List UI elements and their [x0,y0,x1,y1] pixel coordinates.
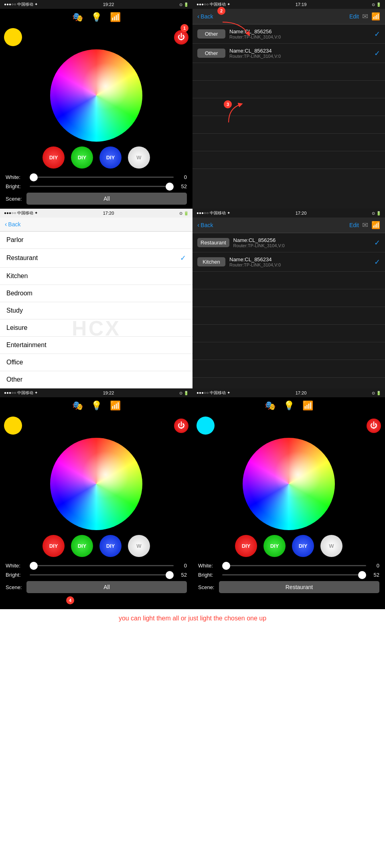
mail-icon-mr[interactable]: ✉ [362,221,368,230]
diy-btn-green-tl[interactable]: DIY [71,146,93,169]
device-router-2-mr: Router:TP-LINK_3104,V:0 [229,262,374,267]
diy-btn-white-bl[interactable]: W [128,535,150,557]
color-wheel-bl[interactable] [4,438,188,530]
bright-slider-bl[interactable]: Bright: 52 [4,572,188,578]
diy-row-br: DIY DIY DIY W [197,535,381,557]
bright-slider-tl[interactable]: Bright: 52 [4,183,188,189]
bright-slider-br[interactable]: Bright: 52 [197,572,381,578]
bright-label-tl: Bright: [6,183,26,189]
power-button-bl[interactable]: ⏻ [174,419,188,433]
diy-btn-blue-bl[interactable]: DIY [99,535,122,557]
device-list-tr: Other Name:CL_856256 Router:TP-LINK_3104… [192,24,385,169]
badge-3: 3 [224,100,232,108]
scene-btn-tl[interactable]: All [26,193,187,205]
scene-row-bl[interactable]: Scene: All 4 [4,581,188,593]
diy-btn-green-bl[interactable]: DIY [71,535,93,557]
carrier-top-left: ●●●○○ 中国移动 ✦ [4,2,38,7]
room-label-parlor: Parlor [6,236,186,244]
room-office[interactable]: Office [0,354,192,371]
color-wheel-screen-bl: ⏻ DIY DIY DIY W White: 0 Bright: [0,413,192,597]
battery-top-left: ⊙ 🔋 [179,2,188,7]
time-mr: 17:20 [296,211,307,215]
checkmark-1-mr: ✓ [374,238,380,247]
checkmark-2-mr: ✓ [374,258,380,266]
bright-value-tl: 52 [177,183,187,189]
back-label-mr: Back [201,222,213,228]
power-button-tl[interactable]: ⏻ [174,30,188,45]
room-study[interactable]: Study [0,302,192,319]
device-info-2-mr: Name:CL_856234 Router:TP-LINK_3104,V:0 [229,256,374,267]
battery-ml: ⊙ 🔋 [179,211,188,215]
room-kitchen[interactable]: Kitchen [0,268,192,285]
white-slider-br[interactable]: White: 0 [197,563,381,569]
diy-btn-white-br[interactable]: W [320,535,342,557]
scene-all-btn-bl[interactable]: All [26,581,187,593]
edit-btn-mr[interactable]: Edit [349,222,359,228]
diy-btn-blue-br[interactable]: DIY [292,535,314,557]
mail-icon-tr[interactable]: ✉ [362,12,368,21]
white-slider-tl[interactable]: White: 0 [4,174,188,180]
device-item-2-tr[interactable]: Other Name:CL_856234 Router:TP-LINK_3104… [192,44,385,63]
time-bl: 19:22 [103,390,114,395]
room-label-leisure: Leisure [6,324,186,331]
diy-btn-white-tl[interactable]: W [128,146,150,169]
back-label-tr: Back [201,13,213,20]
room-label-office: Office [6,359,186,366]
diy-row-tl: DIY DIY DIY W [4,146,188,169]
diy-btn-red-bl[interactable]: DIY [43,535,65,557]
room-entertainment[interactable]: Entertainment [0,337,192,354]
color-dot-bl[interactable] [4,417,22,435]
room-label-entertainment: Entertainment [6,342,186,349]
color-dot-tl[interactable] [4,28,22,46]
device-name-2-tr: Name:CL_856234 [229,48,374,54]
diy-btn-blue-tl[interactable]: DIY [99,146,122,169]
diy-btn-red-tl[interactable]: DIY [43,146,65,169]
device-info-2-tr: Name:CL_856234 Router:TP-LINK_3104,V:0 [229,48,374,59]
device-router-2-tr: Router:TP-LINK_3104,V:0 [229,54,374,59]
status-bar-br: ●●●○○ 中国移动 ✦ 17:20 ⊙ 🔋 [192,388,385,397]
room-label-other: Other [6,376,186,383]
device-name-1-mr: Name:CL_856256 [233,237,374,243]
device-item-2-mr[interactable]: Kitchen Name:CL_856234 Router:TP-LINK_31… [192,252,385,272]
device-item-1-mr[interactable]: Restaurant Name:CL_856256 Router:TP-LINK… [192,233,385,252]
scene-row-br[interactable]: Scene: Restaurant [197,581,381,593]
carrier-bl: ●●●○○ 中国移动 ✦ [4,390,38,396]
room-restaurant[interactable]: Restaurant ✓ [0,249,192,268]
color-wheel-br[interactable] [197,438,381,530]
color-dot-br[interactable] [197,417,215,435]
room-bedroom[interactable]: Bedroom [0,285,192,302]
battery-br: ⊙ 🔋 [372,391,381,395]
device-tag-restaurant: Restaurant [197,238,229,247]
battery-top-right: ⊙ 🔋 [372,2,381,7]
carrier-top-right: ●●●○○ 中国移动 ✦ [197,2,230,7]
time-br: 17:20 [296,390,307,395]
carrier-mr: ●●●○○ 中国移动 ✦ [197,210,230,216]
back-btn-tr[interactable]: ‹ Back [197,13,213,20]
room-parlor[interactable]: Parlor [0,232,192,249]
diy-btn-red-br[interactable]: DIY [235,535,257,557]
back-btn-mr[interactable]: ‹ Back [197,222,213,229]
wifi-icon-mr: 📶 [371,221,380,230]
diy-btn-green-br[interactable]: DIY [263,535,286,557]
color-wheel-tl[interactable] [4,49,188,142]
room-leisure[interactable]: Leisure [0,319,192,337]
device-router-1-mr: Router:TP-LINK_3104,V:0 [233,243,374,248]
battery-bl: ⊙ 🔋 [179,391,188,395]
room-list-ml: Parlor Restaurant ✓ Kitchen Bedroom Stud… [0,232,192,388]
device-info-1-tr: Name:CL_856256 Router:TP-LINK_3104,V:0 [229,28,374,39]
scene-restaurant-btn-br[interactable]: Restaurant [219,581,379,593]
device-name-1-tr: Name:CL_856256 [229,28,374,35]
device-tag-1-tr: Other [197,29,225,39]
device-item-1-tr[interactable]: Other Name:CL_856256 Router:TP-LINK_3104… [192,24,385,44]
badge-1: 1 [180,24,188,32]
edit-btn-tr[interactable]: Edit [349,13,359,20]
white-slider-bl[interactable]: White: 0 [4,563,188,569]
power-button-br[interactable]: ⏻ [367,419,381,433]
color-wheel-screen-br: ⏻ DIY DIY DIY W White: 0 Bright: [192,413,385,597]
scene-row-tl[interactable]: Scene: All [4,193,188,205]
back-btn-ml[interactable]: ‹ Back [5,221,20,228]
room-label-kitchen: Kitchen [6,272,186,280]
diy-row-bl: DIY DIY DIY W [4,535,188,557]
room-other[interactable]: Other [0,371,192,388]
color-wheel-screen-tl: ⏻ 1 DIY DIY DIY W White: 0 [0,24,192,209]
